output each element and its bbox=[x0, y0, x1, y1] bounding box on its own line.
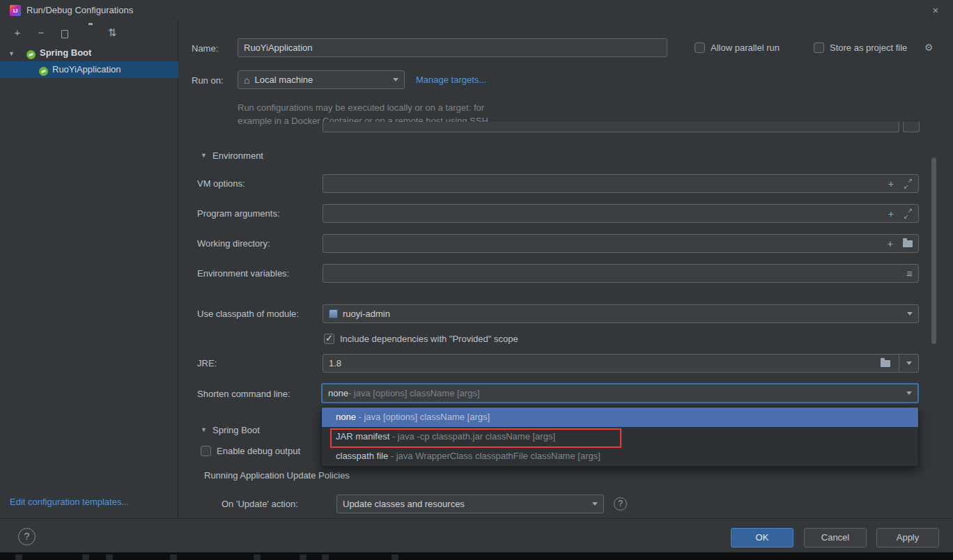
chevron-down-icon[interactable]: ▼ bbox=[201, 426, 207, 433]
add-icon[interactable]: + bbox=[888, 179, 894, 189]
option-main: none bbox=[336, 412, 356, 422]
chevron-down-icon[interactable]: ▼ bbox=[201, 152, 207, 159]
browse-folder-icon[interactable] bbox=[881, 360, 890, 367]
run-on-select[interactable]: ⌂ Local machine bbox=[238, 70, 405, 89]
tree-item-label: RuoYiApplication bbox=[52, 61, 121, 78]
taskbar-icon-fragment bbox=[170, 554, 177, 560]
list-icon[interactable]: ≡ bbox=[906, 268, 913, 279]
update-policies-heading: Running Application Update Policies bbox=[204, 466, 350, 485]
option-rest: - java [options] className [args] bbox=[356, 412, 490, 422]
shorten-value-main: none bbox=[328, 388, 348, 398]
working-directory-label: Working directory: bbox=[197, 234, 270, 253]
expand-field-icon[interactable]: ↗↙ bbox=[904, 209, 913, 218]
dropdown-option-classpath-file[interactable]: classpath file - java WrapperClass class… bbox=[322, 446, 918, 466]
taskbar-icon-fragment bbox=[322, 554, 329, 560]
shorten-command-line-select[interactable]: none - java [options] className [args] bbox=[321, 383, 919, 403]
option-rest: - java -cp classpath.jar className [args… bbox=[389, 431, 555, 442]
add-icon[interactable]: + bbox=[888, 239, 893, 249]
option-main: JAR manifest bbox=[336, 431, 389, 442]
jre-label: JRE: bbox=[197, 354, 217, 373]
tree-item-ruoyiapplication[interactable]: RuoYiApplication bbox=[0, 61, 178, 78]
browse-folder-icon[interactable] bbox=[903, 240, 913, 247]
taskbar-icon-fragment bbox=[254, 554, 261, 560]
enable-debug-output-label: Enable debug output bbox=[217, 442, 300, 460]
store-as-project-file-checkbox[interactable] bbox=[814, 42, 824, 53]
tree-group-label: Spring Boot bbox=[40, 45, 91, 61]
add-configuration-icon[interactable]: + bbox=[10, 25, 25, 40]
name-label: Name: bbox=[192, 39, 218, 58]
vertical-scrollbar[interactable] bbox=[931, 157, 936, 344]
chevron-down-icon bbox=[592, 502, 598, 506]
chevron-down-icon bbox=[907, 312, 913, 316]
working-directory-input[interactable]: + bbox=[323, 234, 919, 253]
expand-field-icon[interactable]: ↗↙ bbox=[904, 179, 913, 188]
shorten-command-line-dropdown: none - java [options] className [args] J… bbox=[321, 407, 919, 467]
vm-options-input[interactable]: + ↗↙ bbox=[323, 174, 919, 193]
intellij-logo-icon: IJ bbox=[10, 5, 21, 16]
copy-configuration-icon[interactable] bbox=[57, 25, 72, 40]
on-update-action-label: On 'Update' action: bbox=[222, 495, 298, 513]
tree-group-spring-boot[interactable]: ▼ Spring Boot bbox=[0, 45, 178, 61]
taskbar-icon-fragment bbox=[106, 554, 113, 560]
module-icon bbox=[329, 309, 338, 318]
on-update-action-value: Update classes and resources bbox=[343, 499, 465, 509]
option-main: classpath file bbox=[336, 451, 388, 461]
classpath-module-select[interactable]: ruoyi-admin bbox=[323, 304, 919, 323]
spring-boot-icon bbox=[39, 67, 48, 76]
dropdown-option-none[interactable]: none - java [options] className [args] bbox=[322, 407, 918, 427]
taskbar-icon-fragment bbox=[82, 554, 89, 560]
gear-icon[interactable]: ⚙ bbox=[924, 38, 933, 57]
environment-section-header[interactable]: Environment bbox=[212, 147, 263, 165]
jre-combo[interactable]: 1.8 bbox=[323, 354, 919, 373]
use-classpath-label: Use classpath of module: bbox=[197, 304, 299, 323]
copy-icon bbox=[61, 30, 68, 38]
vm-options-label: VM options: bbox=[197, 174, 245, 193]
add-icon[interactable]: + bbox=[888, 209, 894, 219]
run-on-value: Local machine bbox=[254, 75, 313, 85]
jre-value: 1.8 bbox=[329, 358, 341, 368]
window-title: Run/Debug Configurations bbox=[26, 0, 133, 21]
provided-scope-checkbox[interactable]: ✓ bbox=[324, 334, 334, 344]
cancel-button[interactable]: Cancel bbox=[804, 528, 867, 547]
new-folder-icon[interactable] bbox=[81, 25, 96, 40]
enable-debug-output-checkbox[interactable] bbox=[201, 446, 211, 456]
sort-configurations-icon[interactable]: ⇅ bbox=[104, 25, 120, 40]
apply-button[interactable]: Apply bbox=[876, 528, 939, 547]
chevron-down-icon bbox=[906, 361, 912, 365]
help-icon[interactable]: ? bbox=[614, 497, 627, 511]
title-bar: IJ Run/Debug Configurations × bbox=[0, 0, 953, 21]
help-icon[interactable]: ? bbox=[18, 528, 36, 545]
name-input[interactable]: RuoYiApplication bbox=[238, 38, 667, 57]
checkmark-icon: ✓ bbox=[325, 333, 333, 343]
program-arguments-label: Program arguments: bbox=[197, 204, 280, 223]
on-update-action-select[interactable]: Update classes and resources bbox=[336, 495, 604, 513]
jre-dropdown-button[interactable] bbox=[899, 355, 918, 372]
provided-scope-label: Include dependencies with "Provided" sco… bbox=[340, 329, 518, 348]
truncated-field[interactable] bbox=[323, 122, 899, 132]
taskbar-icon-fragment bbox=[392, 554, 398, 560]
environment-variables-label: Environment variables: bbox=[197, 264, 289, 283]
remove-configuration-icon[interactable]: − bbox=[33, 25, 49, 40]
chevron-down-icon bbox=[393, 78, 398, 81]
spring-boot-icon bbox=[26, 50, 36, 59]
chevron-down-icon bbox=[906, 391, 912, 395]
edit-configuration-templates-link[interactable]: Edit configuration templates... bbox=[10, 493, 129, 511]
store-as-project-file-label: Store as project file bbox=[830, 38, 907, 57]
configurations-sidebar: + − ⇅ ▼ Spring Boot RuoYiApplication Edi… bbox=[0, 21, 178, 518]
run-on-label: Run on: bbox=[192, 71, 224, 90]
ok-button[interactable]: OK bbox=[731, 528, 793, 547]
option-rest: - java WrapperClass classpathFile classN… bbox=[388, 451, 601, 461]
spring-boot-section-header[interactable]: Spring Boot bbox=[212, 421, 260, 440]
manage-targets-link[interactable]: Manage targets... bbox=[416, 70, 486, 89]
taskbar-strip bbox=[0, 552, 953, 560]
chevron-down-icon[interactable]: ▼ bbox=[8, 45, 15, 62]
arrow-sw-glyph: ↙ bbox=[904, 183, 909, 190]
dropdown-option-jar-manifest[interactable]: JAR manifest - java -cp classpath.jar cl… bbox=[322, 427, 918, 446]
run-debug-configurations-dialog: IJ Run/Debug Configurations × + − ⇅ ▼ Sp… bbox=[0, 0, 953, 560]
allow-parallel-run-checkbox[interactable] bbox=[695, 42, 705, 53]
program-arguments-input[interactable]: + ↗↙ bbox=[323, 204, 919, 223]
truncated-browse-button[interactable] bbox=[903, 122, 920, 132]
close-icon[interactable]: × bbox=[927, 0, 945, 21]
environment-variables-input[interactable]: ≡ bbox=[323, 264, 919, 283]
taskbar-icon-fragment bbox=[300, 554, 307, 560]
